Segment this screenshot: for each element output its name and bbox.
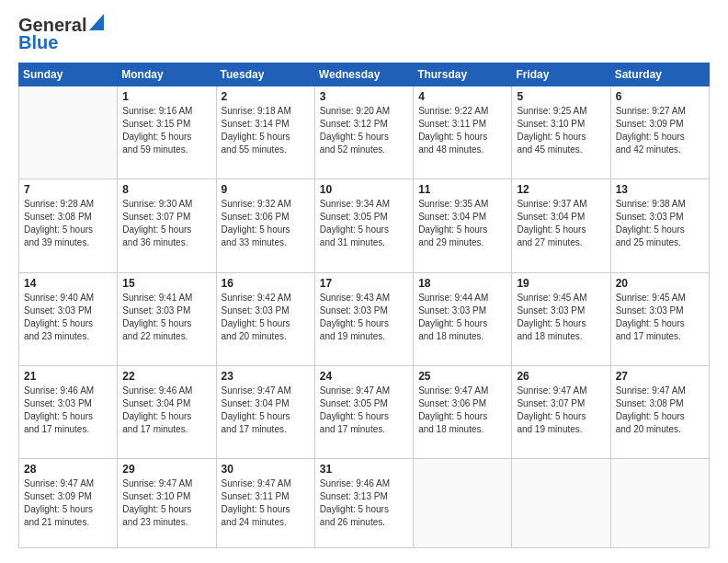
day-number: 7: [24, 183, 112, 196]
day-info: Sunrise: 9:45 AM Sunset: 3:03 PM Dayligh…: [616, 292, 704, 343]
day-info: Sunrise: 9:45 AM Sunset: 3:03 PM Dayligh…: [517, 292, 605, 343]
calendar-cell: 31Sunrise: 9:46 AM Sunset: 3:13 PM Dayli…: [314, 459, 413, 548]
calendar-cell: 6Sunrise: 9:27 AM Sunset: 3:09 PM Daylig…: [610, 86, 709, 179]
day-info: Sunrise: 9:40 AM Sunset: 3:03 PM Dayligh…: [24, 292, 112, 343]
page: General Blue SundayMondayTuesdayWednesda…: [0, 0, 728, 563]
day-info: Sunrise: 9:27 AM Sunset: 3:09 PM Dayligh…: [616, 105, 704, 156]
day-number: 16: [222, 277, 310, 290]
calendar-cell: 15Sunrise: 9:41 AM Sunset: 3:03 PM Dayli…: [118, 272, 216, 365]
calendar-cell: 21Sunrise: 9:46 AM Sunset: 3:03 PM Dayli…: [19, 366, 118, 459]
weekday-header-tuesday: Tuesday: [216, 63, 314, 86]
weekday-header-thursday: Thursday: [414, 63, 512, 86]
day-number: 27: [616, 370, 704, 383]
day-number: 30: [222, 463, 310, 476]
day-info: Sunrise: 9:22 AM Sunset: 3:11 PM Dayligh…: [418, 105, 506, 156]
day-number: 12: [517, 183, 605, 196]
calendar-cell: 7Sunrise: 9:28 AM Sunset: 3:08 PM Daylig…: [19, 179, 118, 272]
day-number: 28: [24, 463, 112, 476]
calendar-cell: 8Sunrise: 9:30 AM Sunset: 3:07 PM Daylig…: [118, 179, 216, 272]
day-info: Sunrise: 9:47 AM Sunset: 3:09 PM Dayligh…: [24, 477, 112, 529]
calendar-week-row: 7Sunrise: 9:28 AM Sunset: 3:08 PM Daylig…: [19, 179, 710, 272]
day-info: Sunrise: 9:38 AM Sunset: 3:03 PM Dayligh…: [616, 198, 704, 249]
calendar-cell: [610, 459, 709, 548]
day-info: Sunrise: 9:43 AM Sunset: 3:03 PM Dayligh…: [320, 292, 408, 343]
day-info: Sunrise: 9:16 AM Sunset: 3:15 PM Dayligh…: [122, 105, 210, 156]
day-number: 21: [24, 370, 112, 383]
calendar-cell: 1Sunrise: 9:16 AM Sunset: 3:15 PM Daylig…: [118, 86, 216, 179]
calendar-cell: 17Sunrise: 9:43 AM Sunset: 3:03 PM Dayli…: [314, 272, 413, 365]
day-info: Sunrise: 9:46 AM Sunset: 3:04 PM Dayligh…: [122, 385, 210, 436]
day-number: 2: [222, 90, 310, 103]
calendar-cell: 9Sunrise: 9:32 AM Sunset: 3:06 PM Daylig…: [216, 179, 314, 272]
day-number: 10: [320, 183, 408, 196]
calendar-cell: 16Sunrise: 9:42 AM Sunset: 3:03 PM Dayli…: [216, 272, 314, 365]
calendar-cell: 27Sunrise: 9:47 AM Sunset: 3:08 PM Dayli…: [610, 366, 709, 459]
calendar-cell: 22Sunrise: 9:46 AM Sunset: 3:04 PM Dayli…: [118, 366, 216, 459]
day-info: Sunrise: 9:47 AM Sunset: 3:10 PM Dayligh…: [122, 477, 210, 529]
day-info: Sunrise: 9:47 AM Sunset: 3:05 PM Dayligh…: [320, 385, 408, 436]
day-number: 19: [517, 277, 605, 290]
day-info: Sunrise: 9:34 AM Sunset: 3:05 PM Dayligh…: [320, 198, 408, 249]
svg-marker-0: [89, 14, 104, 30]
calendar-week-row: 14Sunrise: 9:40 AM Sunset: 3:03 PM Dayli…: [19, 272, 710, 365]
calendar-cell: 25Sunrise: 9:47 AM Sunset: 3:06 PM Dayli…: [414, 366, 512, 459]
day-info: Sunrise: 9:41 AM Sunset: 3:03 PM Dayligh…: [122, 292, 210, 343]
weekday-header-friday: Friday: [512, 63, 610, 86]
calendar-cell: 10Sunrise: 9:34 AM Sunset: 3:05 PM Dayli…: [314, 179, 413, 272]
calendar-cell: 28Sunrise: 9:47 AM Sunset: 3:09 PM Dayli…: [19, 459, 118, 548]
day-number: 1: [122, 90, 210, 103]
day-number: 6: [616, 90, 704, 103]
day-number: 8: [122, 183, 210, 196]
day-number: 15: [122, 277, 210, 290]
day-number: 9: [222, 183, 310, 196]
calendar-cell: 24Sunrise: 9:47 AM Sunset: 3:05 PM Dayli…: [314, 366, 413, 459]
day-info: Sunrise: 9:18 AM Sunset: 3:14 PM Dayligh…: [222, 105, 310, 156]
calendar-table: SundayMondayTuesdayWednesdayThursdayFrid…: [18, 63, 710, 548]
day-info: Sunrise: 9:47 AM Sunset: 3:07 PM Dayligh…: [517, 385, 605, 436]
day-info: Sunrise: 9:32 AM Sunset: 3:06 PM Dayligh…: [222, 198, 310, 249]
calendar-cell: [19, 86, 118, 179]
day-number: 29: [122, 463, 210, 476]
calendar-cell: [414, 459, 512, 548]
calendar-cell: 12Sunrise: 9:37 AM Sunset: 3:04 PM Dayli…: [512, 179, 610, 272]
calendar-cell: 23Sunrise: 9:47 AM Sunset: 3:04 PM Dayli…: [216, 366, 314, 459]
weekday-header-monday: Monday: [118, 63, 216, 86]
calendar-cell: 4Sunrise: 9:22 AM Sunset: 3:11 PM Daylig…: [414, 86, 512, 179]
calendar-cell: 3Sunrise: 9:20 AM Sunset: 3:12 PM Daylig…: [314, 86, 413, 179]
calendar-week-row: 28Sunrise: 9:47 AM Sunset: 3:09 PM Dayli…: [19, 459, 710, 548]
calendar-cell: 30Sunrise: 9:47 AM Sunset: 3:11 PM Dayli…: [216, 459, 314, 548]
day-info: Sunrise: 9:47 AM Sunset: 3:11 PM Dayligh…: [222, 477, 310, 529]
calendar-cell: 26Sunrise: 9:47 AM Sunset: 3:07 PM Dayli…: [512, 366, 610, 459]
logo-blue: Blue: [18, 32, 58, 53]
calendar-cell: 14Sunrise: 9:40 AM Sunset: 3:03 PM Dayli…: [19, 272, 118, 365]
day-info: Sunrise: 9:47 AM Sunset: 3:08 PM Dayligh…: [616, 385, 704, 436]
day-number: 18: [418, 277, 506, 290]
weekday-header-saturday: Saturday: [610, 63, 709, 86]
day-info: Sunrise: 9:20 AM Sunset: 3:12 PM Dayligh…: [320, 105, 408, 156]
calendar-cell: 19Sunrise: 9:45 AM Sunset: 3:03 PM Dayli…: [512, 272, 610, 365]
day-number: 14: [24, 277, 112, 290]
calendar-cell: 29Sunrise: 9:47 AM Sunset: 3:10 PM Dayli…: [118, 459, 216, 548]
day-info: Sunrise: 9:25 AM Sunset: 3:10 PM Dayligh…: [517, 105, 605, 156]
calendar-cell: 11Sunrise: 9:35 AM Sunset: 3:04 PM Dayli…: [414, 179, 512, 272]
day-info: Sunrise: 9:35 AM Sunset: 3:04 PM Dayligh…: [418, 198, 506, 249]
calendar-cell: 20Sunrise: 9:45 AM Sunset: 3:03 PM Dayli…: [610, 272, 709, 365]
calendar-cell: 18Sunrise: 9:44 AM Sunset: 3:03 PM Dayli…: [414, 272, 512, 365]
day-info: Sunrise: 9:44 AM Sunset: 3:03 PM Dayligh…: [418, 292, 506, 343]
calendar-week-row: 1Sunrise: 9:16 AM Sunset: 3:15 PM Daylig…: [19, 86, 710, 179]
day-info: Sunrise: 9:47 AM Sunset: 3:04 PM Dayligh…: [222, 385, 310, 436]
calendar-cell: 13Sunrise: 9:38 AM Sunset: 3:03 PM Dayli…: [610, 179, 709, 272]
calendar-week-row: 21Sunrise: 9:46 AM Sunset: 3:03 PM Dayli…: [19, 366, 710, 459]
calendar-cell: 5Sunrise: 9:25 AM Sunset: 3:10 PM Daylig…: [512, 86, 610, 179]
day-number: 23: [222, 370, 310, 383]
day-info: Sunrise: 9:47 AM Sunset: 3:06 PM Dayligh…: [418, 385, 506, 436]
day-info: Sunrise: 9:28 AM Sunset: 3:08 PM Dayligh…: [24, 198, 112, 249]
header: General Blue: [18, 15, 710, 53]
day-number: 31: [320, 463, 408, 476]
day-info: Sunrise: 9:42 AM Sunset: 3:03 PM Dayligh…: [222, 292, 310, 343]
day-number: 11: [418, 183, 506, 196]
day-number: 17: [320, 277, 408, 290]
day-number: 3: [320, 90, 408, 103]
day-number: 20: [616, 277, 704, 290]
day-number: 5: [517, 90, 605, 103]
